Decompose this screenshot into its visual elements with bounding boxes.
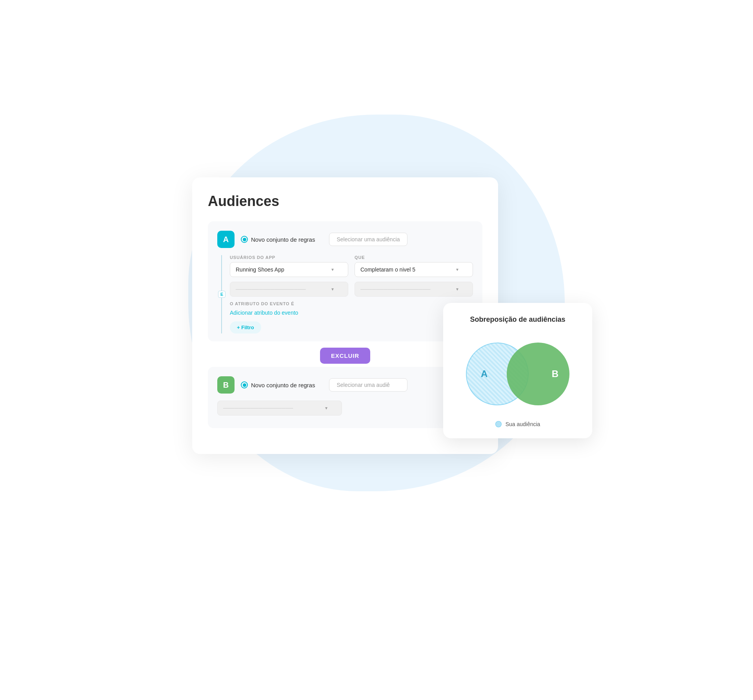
new-rule-label-a: Novo conjunto de regras (251, 236, 315, 243)
app-select[interactable]: Running Shoes App ▾ (230, 262, 348, 277)
chevron-icon-b: ▾ (325, 405, 327, 411)
event-name-value: Completaram o nivel 5 (360, 266, 415, 273)
col-que: QUE Completaram o nivel 5 ▾ (355, 255, 473, 277)
add-attribute-link[interactable]: Adicionar atributo do evento (230, 310, 298, 316)
audience-block-b: B Novo conjunto de regras Selecionar uma… (208, 367, 482, 428)
radio-new-rule-a[interactable]: Novo conjunto de regras (241, 236, 315, 243)
page-title: Audiences (208, 193, 482, 210)
second-event-select[interactable]: ────────────────── ▾ (355, 282, 473, 297)
venn-circle-b (507, 343, 569, 405)
col-second-event: ────────────────── ▾ (355, 282, 473, 297)
audience-b-header: B Novo conjunto de regras Selecionar uma… (217, 376, 473, 394)
excluir-button[interactable]: EXCLUIR (320, 348, 370, 364)
filter-section-a: O ATRIBUTO DO EVENTO É Adicionar atribut… (230, 301, 473, 321)
audience-label-b: B (217, 376, 235, 394)
venn-diagram: A B (454, 335, 581, 413)
form-row-b: ────────────────── ▾ (217, 401, 473, 416)
venn-label-a: A (481, 368, 487, 379)
audience-a-header: A Novo conjunto de regras Selecionar uma… (217, 231, 473, 248)
b-dropdown-placeholder: ────────────────── (223, 405, 293, 411)
chevron-icon-event: ▾ (456, 267, 458, 272)
app-name-value: Running Shoes App (236, 266, 284, 273)
radio-circle-a[interactable] (241, 236, 248, 243)
filter-button-a[interactable]: + Filtro (230, 321, 261, 334)
col-b-dropdown: ────────────────── ▾ (217, 401, 342, 416)
radio-new-rule-b[interactable]: Novo conjunto de regras (241, 381, 315, 388)
evento-label: O ATRIBUTO DO EVENTO É (230, 301, 473, 306)
radio-inner-b (243, 383, 246, 387)
second-app-select[interactable]: ────────────────── ▾ (230, 282, 348, 297)
event-select[interactable]: Completaram o nivel 5 ▾ (355, 262, 473, 277)
second-app-placeholder: ────────────────── (236, 286, 306, 292)
select-audience-b[interactable]: Selecionar uma audiê (329, 378, 407, 392)
col-second-app: ────────────────── ▾ (230, 282, 348, 297)
col-usuarios: USUÁRIOS DO APP Running Shoes App ▾ (230, 255, 348, 277)
venn-card: Sobreposição de audiências A B Sua audiê… (443, 303, 592, 438)
second-event-placeholder: ────────────────── (360, 286, 431, 292)
radio-inner-a (243, 238, 246, 241)
form-row-1-a: USUÁRIOS DO APP Running Shoes App ▾ QUE … (230, 255, 473, 277)
new-rule-label-b: Novo conjunto de regras (251, 382, 315, 388)
form-row-2-a: ────────────────── ▾ ────────────────── … (230, 282, 473, 297)
select-audience-a[interactable]: Selecionar uma audiência (329, 233, 407, 246)
radio-circle-b[interactable] (241, 381, 248, 388)
chevron-icon-3: ▾ (456, 286, 458, 292)
legend-dot (495, 421, 502, 427)
b-dropdown-select[interactable]: ────────────────── ▾ (217, 401, 342, 416)
audience-label-a: A (217, 231, 235, 248)
que-label: QUE (355, 255, 473, 260)
chevron-icon-app: ▾ (331, 267, 334, 272)
audience-block-a: A Novo conjunto de regras Selecionar uma… (208, 221, 482, 341)
connector-e-label: E (218, 291, 226, 298)
venn-legend: Sua audiência (454, 421, 581, 427)
chevron-icon-2: ▾ (331, 286, 334, 292)
venn-title: Sobreposição de audiências (454, 315, 581, 324)
excluir-wrapper: EXCLUIR (208, 348, 482, 364)
usuarios-label: USUÁRIOS DO APP (230, 255, 348, 260)
legend-text: Sua audiência (506, 421, 540, 427)
venn-label-b: B (552, 368, 558, 379)
